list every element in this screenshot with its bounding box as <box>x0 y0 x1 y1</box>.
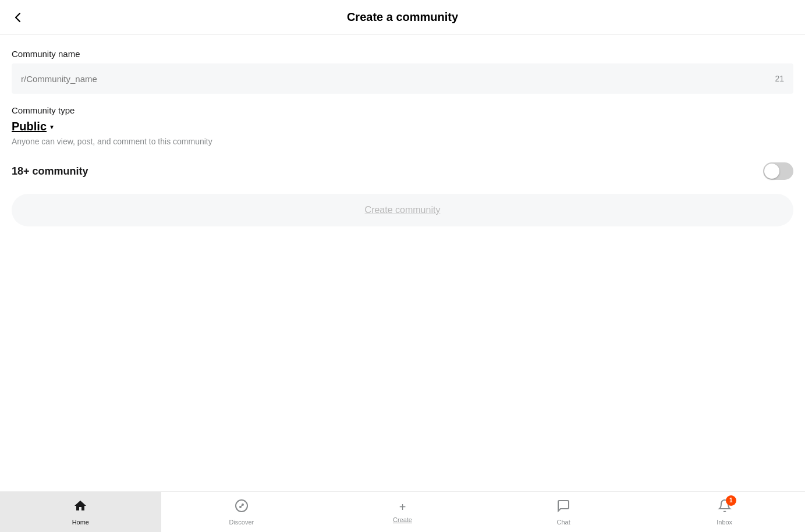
nav-item-inbox[interactable]: 1 Inbox <box>644 492 805 532</box>
community-type-value: Public <box>12 120 47 133</box>
community-type-label: Community type <box>12 105 793 115</box>
community-name-label: Community name <box>12 49 793 59</box>
plus-icon: + <box>399 501 406 514</box>
home-icon <box>73 499 87 516</box>
bottom-nav: Home Discover + Create Chat <box>0 491 805 532</box>
discover-icon <box>235 499 249 516</box>
header: Create a community <box>0 0 805 35</box>
svg-point-2 <box>240 506 241 508</box>
chevron-down-icon: ▾ <box>50 123 54 131</box>
nav-item-chat[interactable]: Chat <box>483 492 644 532</box>
community-type-selector[interactable]: Public ▾ <box>12 120 793 133</box>
community-name-input[interactable] <box>21 74 775 84</box>
nav-item-discover[interactable]: Discover <box>161 492 322 532</box>
toggle-knob <box>764 164 779 179</box>
nav-label-inbox: Inbox <box>717 519 732 526</box>
adult-label: 18+ community <box>12 165 88 178</box>
page-title: Create a community <box>347 10 458 24</box>
char-count: 21 <box>775 74 784 83</box>
adult-toggle[interactable] <box>763 162 793 180</box>
create-community-label: Create community <box>365 205 441 215</box>
inbox-badge: 1 <box>726 495 736 506</box>
adult-toggle-row: 18+ community <box>12 162 793 180</box>
nav-item-home[interactable]: Home <box>0 492 161 532</box>
nav-item-create[interactable]: + Create <box>322 492 483 532</box>
back-button[interactable] <box>12 11 24 24</box>
main-content: Community name 21 Community type Public … <box>0 35 805 491</box>
chat-icon <box>556 499 570 516</box>
nav-label-home: Home <box>72 519 89 526</box>
svg-point-1 <box>242 504 243 505</box>
create-icon-wrapper: + <box>399 501 406 514</box>
create-community-button[interactable]: Create community <box>12 194 793 226</box>
community-type-description: Anyone can view, post, and comment to th… <box>12 137 793 146</box>
nav-label-discover: Discover <box>229 519 254 526</box>
nav-label-chat: Chat <box>556 519 570 526</box>
inbox-icon-wrapper: 1 <box>718 499 732 516</box>
community-name-field[interactable]: 21 <box>12 63 793 94</box>
nav-label-create: Create <box>393 516 412 523</box>
